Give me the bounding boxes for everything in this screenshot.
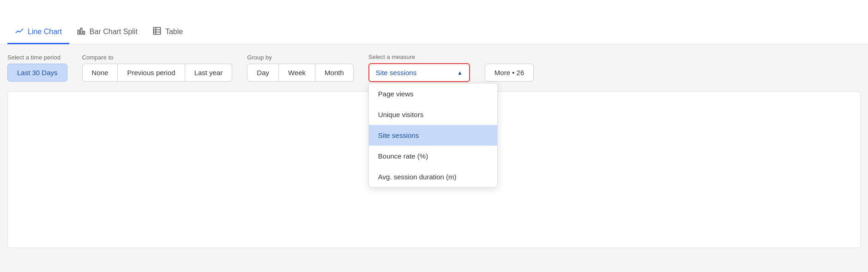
group-by-month-btn[interactable]: Month xyxy=(315,64,354,82)
measure-group: Select a measure Site sessions ▲ Page vi… xyxy=(368,53,470,82)
tab-line-chart[interactable]: Line Chart xyxy=(7,21,69,44)
tab-line-chart-label: Line Chart xyxy=(28,28,62,36)
svg-rect-1 xyxy=(80,28,82,34)
more-spacer xyxy=(485,54,534,61)
measure-option-unique-visitors[interactable]: Unique visitors xyxy=(369,104,497,125)
svg-rect-2 xyxy=(83,31,84,35)
measure-label: Select a measure xyxy=(368,53,470,60)
group-by-day-btn[interactable]: Day xyxy=(247,64,279,82)
compare-to-label: Compare to xyxy=(82,54,233,61)
compare-last-year-btn[interactable]: Last year xyxy=(185,64,233,82)
measure-dropdown-wrapper: Site sessions ▲ Page views Unique visito… xyxy=(368,63,470,82)
more-group: More • 26 xyxy=(485,54,534,82)
chevron-up-icon: ▲ xyxy=(457,70,463,76)
group-by-week-btn[interactable]: Week xyxy=(279,64,315,82)
compare-to-btn-group: None Previous period Last year xyxy=(82,64,233,82)
svg-rect-3 xyxy=(153,28,160,35)
measure-selected-value: Site sessions xyxy=(376,69,416,77)
controls-bar: Select a time period Last 30 Days Compar… xyxy=(0,44,868,88)
tab-table[interactable]: Table xyxy=(145,21,190,44)
compare-to-group: Compare to None Previous period Last yea… xyxy=(82,54,233,82)
more-btn[interactable]: More • 26 xyxy=(485,64,534,82)
measure-option-bounce-rate[interactable]: Bounce rate (%) xyxy=(369,146,497,166)
line-chart-icon xyxy=(15,26,24,37)
measure-option-site-sessions[interactable]: Site sessions xyxy=(369,125,497,146)
time-period-label: Select a time period xyxy=(7,54,67,61)
tab-bar-chart-split-label: Bar Chart Split xyxy=(90,28,138,36)
tab-bar: Line Chart Bar Chart Split Table xyxy=(0,0,868,44)
tab-table-label: Table xyxy=(165,28,183,36)
tab-bar-chart-split[interactable]: Bar Chart Split xyxy=(69,21,145,44)
measure-option-avg-session[interactable]: Avg. session duration (m) xyxy=(369,166,497,187)
svg-rect-0 xyxy=(78,30,79,34)
time-period-group: Select a time period Last 30 Days xyxy=(7,54,67,82)
compare-none-btn[interactable]: None xyxy=(82,64,118,82)
compare-previous-btn[interactable]: Previous period xyxy=(118,64,185,82)
group-by-group: Group by Day Week Month xyxy=(247,54,353,82)
measure-select-btn[interactable]: Site sessions ▲ xyxy=(368,63,470,82)
table-icon xyxy=(152,26,162,37)
time-period-last30-btn[interactable]: Last 30 Days xyxy=(7,64,67,82)
group-by-label: Group by xyxy=(247,54,353,61)
bar-chart-icon xyxy=(77,26,86,37)
group-by-btn-group: Day Week Month xyxy=(247,64,353,82)
time-period-btn-group: Last 30 Days xyxy=(7,64,67,82)
measure-dropdown-menu: Page views Unique visitors Site sessions… xyxy=(368,83,498,188)
measure-option-page-views[interactable]: Page views xyxy=(369,83,497,104)
